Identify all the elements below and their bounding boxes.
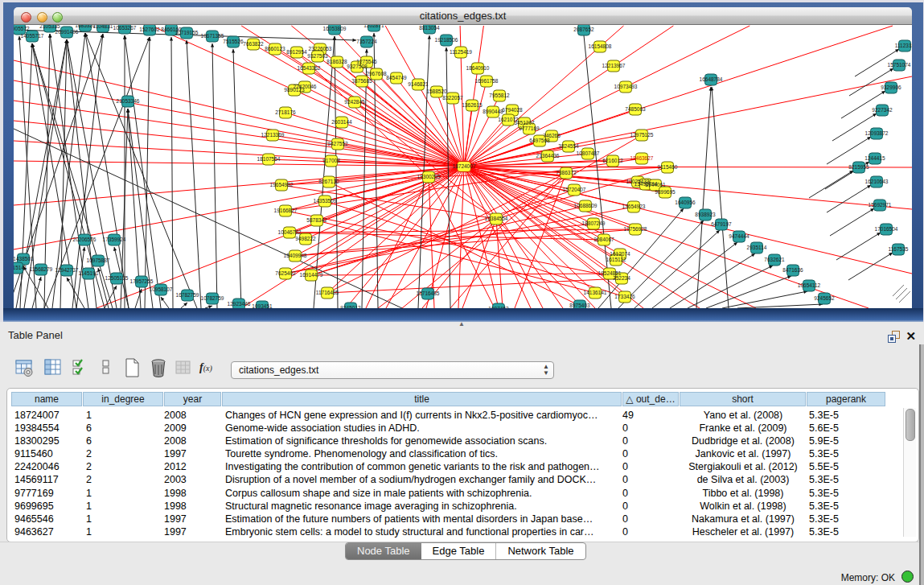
svg-text:20206576: 20206576 [73, 237, 97, 242]
svg-text:5878342: 5878342 [306, 217, 327, 223]
svg-text:9327503: 9327503 [307, 53, 328, 59]
svg-text:18724007: 18724007 [453, 163, 476, 169]
svg-text:7485063: 7485063 [625, 106, 646, 112]
svg-text:10653267: 10653267 [113, 25, 137, 31]
svg-text:10807487: 10807487 [577, 150, 600, 156]
svg-text:8660123: 8660123 [265, 46, 285, 51]
svg-text:917008: 917008 [322, 158, 340, 163]
svg-text:17016504: 17016504 [875, 226, 898, 232]
svg-text:11125419: 11125419 [450, 49, 472, 55]
svg-text:7955812: 7955812 [489, 93, 510, 98]
svg-text:18300295: 18300295 [417, 174, 441, 179]
svg-text:10973493: 10973493 [614, 84, 638, 89]
svg-text:6216012: 6216012 [602, 158, 623, 163]
svg-text:18640910: 18640910 [466, 65, 490, 71]
svg-text:11716485: 11716485 [316, 290, 339, 295]
svg-text:10719155: 10719155 [175, 30, 199, 35]
svg-text:1438501: 1438501 [14, 256, 34, 262]
svg-text:252234: 252234 [613, 275, 630, 281]
svg-text:15716485: 15716485 [417, 290, 440, 296]
svg-text:9146821: 9146821 [408, 81, 429, 87]
svg-text:3915141: 3915141 [14, 265, 27, 270]
svg-text:1275546: 1275546 [356, 59, 377, 64]
svg-text:7625402: 7625402 [275, 270, 296, 276]
svg-text:10975887: 10975887 [87, 257, 110, 263]
svg-text:15692971: 15692971 [869, 202, 892, 208]
svg-text:1640956: 1640956 [675, 200, 696, 205]
svg-text:6794028: 6794028 [502, 107, 523, 113]
svg-text:8215955: 8215955 [848, 164, 869, 170]
svg-text:7386372: 7386372 [556, 170, 577, 175]
svg-text:12505135: 12505135 [105, 275, 129, 281]
svg-text:15720407: 15720407 [563, 187, 586, 192]
svg-text:19384554: 19384554 [485, 216, 508, 221]
svg-text:8186328: 8186328 [326, 59, 347, 64]
svg-text:19166827: 19166827 [274, 208, 298, 213]
svg-text:12942737: 12942737 [55, 267, 79, 273]
svg-text:18463627: 18463627 [630, 155, 654, 161]
svg-text:8990448: 8990448 [483, 109, 503, 114]
svg-text:7632621: 7632621 [764, 257, 785, 262]
svg-text:1527602: 1527602 [139, 27, 160, 32]
svg-text:10958107: 10958107 [150, 286, 173, 292]
svg-text:1905572: 1905572 [14, 26, 30, 31]
svg-text:1167535: 1167535 [889, 246, 909, 252]
svg-text:7515526: 7515526 [223, 39, 244, 44]
svg-text:16543362: 16543362 [298, 65, 321, 71]
svg-text:10671355: 10671355 [201, 33, 224, 39]
svg-text:3451207: 3451207 [514, 120, 535, 126]
svg-text:1104831: 1104831 [93, 25, 113, 29]
svg-text:10654112: 10654112 [798, 282, 821, 288]
svg-text:9890123: 9890123 [284, 87, 305, 93]
svg-text:1145191: 1145191 [79, 270, 99, 276]
svg-text:23226053: 23226053 [309, 46, 332, 51]
svg-text:16648784: 16648784 [700, 76, 723, 82]
svg-text:1007453: 1007453 [488, 306, 509, 308]
svg-text:9474444: 9474444 [729, 233, 749, 239]
svg-text:8912954: 8912954 [286, 49, 307, 55]
svg-text:10046782: 10046782 [278, 229, 302, 235]
svg-text:20991406: 20991406 [55, 29, 79, 35]
svg-text:18107554: 18107554 [257, 156, 281, 162]
svg-text:14353509: 14353509 [314, 198, 337, 204]
svg-text:9242845: 9242845 [344, 99, 365, 105]
svg-text:7663822: 7663822 [243, 41, 264, 47]
svg-text:19756928: 19756928 [624, 226, 647, 232]
svg-text:14136141: 14136141 [584, 290, 607, 295]
svg-text:6479197: 6479197 [711, 221, 732, 227]
svg-text:1588520: 1588520 [426, 89, 447, 94]
svg-text:6497568: 6497568 [529, 138, 550, 143]
svg-text:1202871: 1202871 [363, 25, 384, 28]
svg-text:9777169: 9777169 [519, 126, 540, 131]
svg-text:16154808: 16154808 [589, 43, 612, 49]
svg-text:16961758: 16961758 [475, 78, 499, 84]
svg-text:3875685: 3875685 [351, 78, 372, 84]
svg-text:8322057: 8322057 [442, 95, 463, 101]
svg-text:2603144: 2603144 [331, 119, 352, 125]
svg-text:15751074: 15751074 [888, 62, 911, 68]
svg-text:9498222: 9498222 [295, 236, 316, 241]
svg-text:2087652: 2087652 [573, 27, 594, 32]
svg-text:11568279: 11568279 [30, 266, 53, 272]
svg-text:16782759: 16782759 [176, 292, 199, 298]
svg-text:16053809: 16053809 [323, 26, 347, 31]
svg-text:16914479: 16914479 [300, 272, 323, 278]
svg-text:1244415: 1244415 [864, 155, 885, 161]
svg-text:9327508: 9327508 [347, 64, 368, 69]
svg-text:12923446: 12923446 [228, 301, 251, 307]
svg-text:8975403: 8975403 [569, 303, 590, 308]
svg-text:21364436: 21364436 [536, 153, 560, 159]
svg-text:19218506: 19218506 [435, 37, 458, 43]
svg-text:10688609: 10688609 [574, 203, 598, 208]
svg-text:9227342: 9227342 [872, 107, 893, 113]
svg-text:17359924: 17359924 [103, 237, 126, 242]
svg-text:7357224: 7357224 [356, 39, 377, 44]
svg-text:13654923: 13654923 [622, 204, 646, 209]
svg-text:9084067: 9084067 [593, 237, 614, 242]
svg-text:2967608: 2967608 [366, 71, 387, 76]
svg-text:3824554: 3824554 [558, 143, 579, 149]
svg-text:8813054: 8813054 [419, 25, 440, 31]
svg-text:18807249: 18807249 [582, 220, 606, 226]
svg-text:21053346: 21053346 [117, 98, 140, 104]
svg-text:2935114: 2935114 [747, 245, 767, 250]
